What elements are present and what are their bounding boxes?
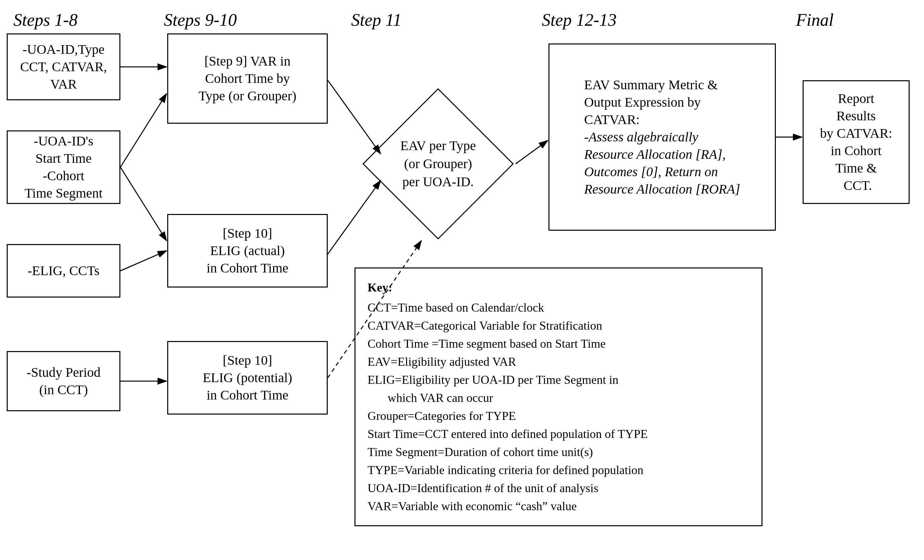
step10a-box: [Step 10]ELIG (actual)in Cohort Time <box>167 214 328 287</box>
arrow-in2-s10a <box>120 167 166 241</box>
input-box-4: -Study Period(in CCT) <box>7 351 120 411</box>
input-box-4-text: -Study Period(in CCT) <box>26 364 100 398</box>
arrow-diamond-s12 <box>516 141 548 164</box>
key-title: Key: <box>368 279 749 296</box>
key-item-6: Grouper=Categories for TYPE <box>368 407 749 425</box>
step9-text: [Step 9] VAR inCohort Time byType (or Gr… <box>199 52 297 105</box>
key-item-4: EAV=Eligibility adjusted VAR <box>368 353 749 371</box>
step12-box: EAV Summary Metric &Output Expression by… <box>549 43 776 231</box>
step10b-text: [Step 10]ELIG (potential)in Cohort Time <box>202 352 292 404</box>
label-final: Final <box>796 10 834 30</box>
label-steps-9-10: Steps 9-10 <box>164 10 237 30</box>
key-item-5b: which VAR can occur <box>368 389 749 407</box>
label-steps-12-13: Step 12-13 <box>542 10 616 30</box>
arrow-in3-s10a <box>120 251 166 271</box>
diamond-box: EAV per Type(or Grouper)per UOA-ID. <box>361 87 515 241</box>
step10b-box: [Step 10]ELIG (potential)in Cohort Time <box>167 341 328 415</box>
input-box-1: -UOA-ID,TypeCCT, CATVAR,VAR <box>7 33 120 100</box>
label-step-11: Step 11 <box>351 10 402 30</box>
key-item-7: Start Time=CCT entered into defined popu… <box>368 425 749 443</box>
arrow-in2-s9 <box>120 94 166 167</box>
key-item-1: CCT=Time based on Calendar/clock <box>368 299 749 317</box>
key-item-9: TYPE=Variable indicating criteria for de… <box>368 461 749 479</box>
input-box-1-text: -UOA-ID,TypeCCT, CATVAR,VAR <box>20 41 107 93</box>
label-steps-1-8: Steps 1-8 <box>14 10 78 30</box>
step10a-text: [Step 10]ELIG (actual)in Cohort Time <box>207 225 289 277</box>
key-item-8: Time Segment=Duration of cohort time uni… <box>368 443 749 461</box>
key-item-11: VAR=Variable with economic “cash” value <box>368 497 749 515</box>
input-box-2: -UOA-ID'sStart Time-CohortTime Segment <box>7 130 120 204</box>
key-item-10: UOA-ID=Identification # of the unit of a… <box>368 479 749 497</box>
step12-text: EAV Summary Metric &Output Expression by… <box>584 76 740 198</box>
step9-box: [Step 9] VAR inCohort Time byType (or Gr… <box>167 33 328 124</box>
input-box-3: -ELIG, CCTs <box>7 244 120 298</box>
input-box-2-text: -UOA-ID'sStart Time-CohortTime Segment <box>25 132 103 202</box>
diagram: Steps 1-8 Steps 9-10 Step 11 Step 12-13 … <box>0 0 924 560</box>
key-box: Key: CCT=Time based on Calendar/clock CA… <box>354 268 762 526</box>
key-item-3: Cohort Time =Time segment based on Start… <box>368 335 749 353</box>
input-box-3-text: -ELIG, CCTs <box>28 262 100 280</box>
final-box: ReportResultsby CATVAR:in CohortTime & C… <box>802 80 910 204</box>
final-text: ReportResultsby CATVAR:in CohortTime & C… <box>820 90 892 194</box>
key-item-5: ELIG=Eligibility per UOA-ID per Time Seg… <box>368 371 749 389</box>
key-item-2: CATVAR=Categorical Variable for Stratifi… <box>368 317 749 335</box>
